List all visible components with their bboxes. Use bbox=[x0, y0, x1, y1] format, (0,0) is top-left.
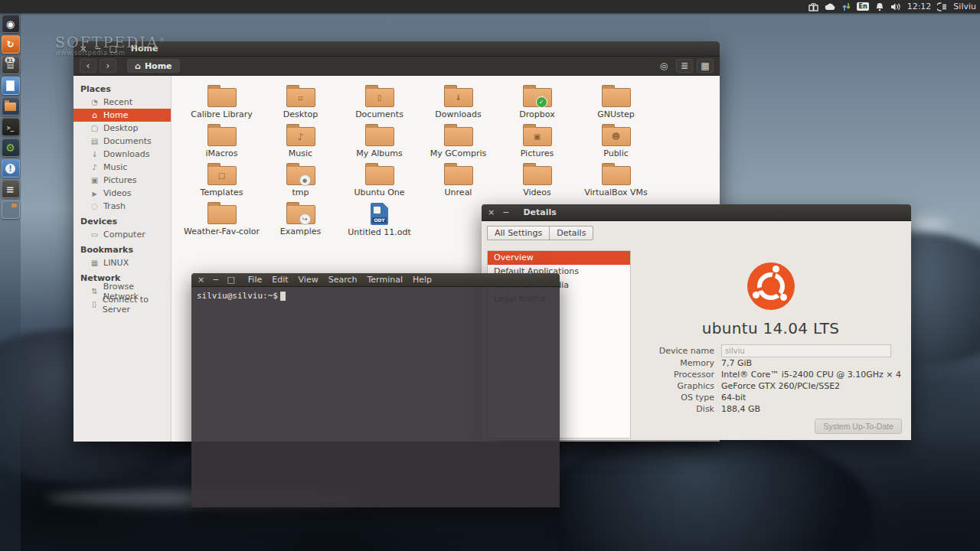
back-button[interactable]: ‹ bbox=[80, 59, 96, 73]
dock-icon[interactable] bbox=[2, 180, 20, 198]
file-item[interactable]: Music bbox=[261, 122, 340, 161]
maximize-button[interactable]: □ bbox=[109, 42, 116, 56]
breadcrumb[interactable]: ⌂ Home bbox=[127, 59, 180, 73]
search-icon[interactable]: ◎ bbox=[655, 59, 672, 73]
session-indicator-icon[interactable] bbox=[937, 2, 947, 11]
sidebar-row-label: Home bbox=[103, 110, 128, 120]
sidebar-row[interactable]: Home bbox=[74, 109, 171, 122]
keyboard-layout-indicator[interactable]: En bbox=[857, 2, 868, 11]
folder-icon bbox=[286, 205, 315, 224]
dock-icon-glyph bbox=[6, 184, 15, 194]
maximize-button[interactable]: □ bbox=[227, 273, 234, 287]
system-up-to-date-button[interactable]: System Up-To-Date bbox=[815, 419, 902, 434]
dock-icon[interactable] bbox=[2, 35, 20, 54]
file-item[interactable]: Templates bbox=[182, 161, 261, 200]
sidebar-row[interactable]: Bookmarks bbox=[74, 243, 171, 256]
system-info-row: OS type 64-bit bbox=[635, 392, 910, 403]
file-item[interactable]: Ubuntu One bbox=[340, 161, 419, 200]
file-item[interactable]: ODT Untitled 11.odt bbox=[340, 200, 419, 239]
dock-icon[interactable] bbox=[2, 118, 20, 136]
top-panel: En 12:12 Silviu bbox=[0, 0, 980, 13]
file-item[interactable]: Unreal bbox=[419, 161, 498, 200]
sidebar-row[interactable]: Trash bbox=[74, 200, 171, 213]
sidebar-row[interactable]: LINUX bbox=[74, 256, 171, 269]
sidebar-row[interactable]: Desktop bbox=[74, 122, 171, 135]
details-section-item[interactable]: Overview bbox=[488, 251, 630, 265]
sidebar-row[interactable]: Documents bbox=[74, 135, 171, 148]
sidebar-row-icon bbox=[90, 287, 99, 295]
menu-item[interactable]: Help bbox=[413, 275, 432, 285]
sidebar-row[interactable]: Music bbox=[74, 161, 171, 174]
grid-view-icon[interactable]: ▦ bbox=[697, 59, 714, 73]
file-item[interactable]: Calibre Library bbox=[182, 83, 261, 122]
breadcrumb-label: Home bbox=[145, 61, 172, 71]
field-label: Device name bbox=[635, 346, 714, 356]
field-value: Intel® Core™ i5-2400 CPU @ 3.10GHz × 4 bbox=[721, 370, 901, 380]
dock-icon[interactable] bbox=[2, 15, 20, 33]
sidebar-row-icon bbox=[90, 259, 99, 267]
folder-emblem-icon bbox=[208, 167, 236, 184]
file-item[interactable]: Dropbox bbox=[498, 83, 577, 122]
cloud-icon[interactable] bbox=[825, 3, 836, 11]
dock-icon[interactable] bbox=[2, 97, 20, 116]
username-menu[interactable]: Silviu bbox=[953, 0, 976, 13]
close-button[interactable]: × bbox=[198, 273, 204, 287]
file-item[interactable]: My GCompris bbox=[419, 122, 498, 161]
folder-emblem-icon bbox=[536, 96, 547, 108]
menu-item[interactable]: Search bbox=[328, 275, 358, 285]
file-item[interactable]: Public bbox=[577, 122, 655, 161]
menu-item[interactable]: View bbox=[299, 275, 318, 285]
sidebar-row[interactable]: Places bbox=[74, 83, 171, 96]
settings-nav-button[interactable]: Details bbox=[550, 226, 593, 240]
clock[interactable]: 12:12 bbox=[907, 0, 932, 13]
close-button[interactable]: × bbox=[80, 42, 87, 56]
list-view-icon[interactable]: ≣ bbox=[676, 59, 693, 73]
forward-button[interactable]: › bbox=[100, 59, 116, 73]
terminal-body[interactable]: silviu@silviu:~$ bbox=[191, 287, 560, 507]
sidebar-row[interactable]: Videos bbox=[74, 187, 171, 200]
launcher-dock: 81 bbox=[0, 13, 21, 551]
minimize-button[interactable]: − bbox=[502, 206, 509, 220]
dock-icon[interactable] bbox=[2, 201, 20, 219]
file-item[interactable]: Downloads bbox=[419, 83, 498, 122]
file-item[interactable]: Videos bbox=[498, 161, 577, 200]
file-item[interactable]: GNUstep bbox=[577, 83, 655, 122]
sidebar-row[interactable]: Downloads bbox=[74, 148, 171, 161]
sidebar-row[interactable]: Connect to Server bbox=[74, 298, 171, 311]
file-item[interactable]: Examples bbox=[261, 200, 340, 239]
details-titlebar[interactable]: × − Details bbox=[482, 204, 911, 221]
settings-nav-button[interactable]: All Settings bbox=[487, 226, 550, 240]
bell-icon[interactable] bbox=[875, 2, 884, 11]
volume-icon[interactable] bbox=[890, 2, 901, 11]
file-item[interactable]: tmp bbox=[261, 161, 340, 200]
dock-icon[interactable] bbox=[2, 139, 20, 157]
file-item[interactable]: VirtualBox VMs bbox=[577, 161, 655, 200]
sidebar-row[interactable]: Computer bbox=[74, 228, 171, 241]
device-name-input[interactable] bbox=[721, 344, 891, 357]
network-traffic-icon[interactable] bbox=[842, 2, 851, 11]
menu-item[interactable]: Terminal bbox=[367, 275, 403, 285]
dock-icon[interactable] bbox=[2, 159, 20, 178]
menu-item[interactable]: Edit bbox=[272, 275, 288, 285]
close-button[interactable]: × bbox=[488, 206, 495, 220]
terminal-titlebar[interactable]: × − □ FileEditViewSearchTerminalHelp bbox=[191, 273, 560, 287]
file-item[interactable]: Pictures bbox=[498, 122, 577, 161]
sidebar-row[interactable]: Devices bbox=[74, 215, 171, 228]
file-item[interactable]: Documents bbox=[340, 83, 419, 122]
sidebar-row[interactable]: Recent bbox=[74, 96, 171, 109]
file-item[interactable]: iMacros bbox=[182, 122, 261, 161]
odt-badge: ODT bbox=[372, 217, 387, 223]
sidebar-row[interactable]: Pictures bbox=[74, 174, 171, 187]
dock-icon[interactable]: 81 bbox=[2, 56, 20, 74]
file-item[interactable]: Weather-Fav-color bbox=[182, 200, 261, 239]
dock-icon-glyph bbox=[6, 80, 15, 91]
file-item[interactable]: Desktop bbox=[261, 83, 340, 122]
file-item[interactable]: My Albums bbox=[340, 122, 419, 161]
menu-item[interactable]: File bbox=[248, 275, 262, 285]
dock-icon[interactable] bbox=[2, 77, 20, 95]
file-manager-titlebar[interactable]: × − □ Home bbox=[74, 41, 720, 57]
minimize-button[interactable]: − bbox=[94, 42, 101, 56]
gift-indicator-icon[interactable] bbox=[808, 2, 818, 11]
file-item-label: Dropbox bbox=[519, 109, 554, 119]
minimize-button[interactable]: − bbox=[212, 273, 219, 287]
